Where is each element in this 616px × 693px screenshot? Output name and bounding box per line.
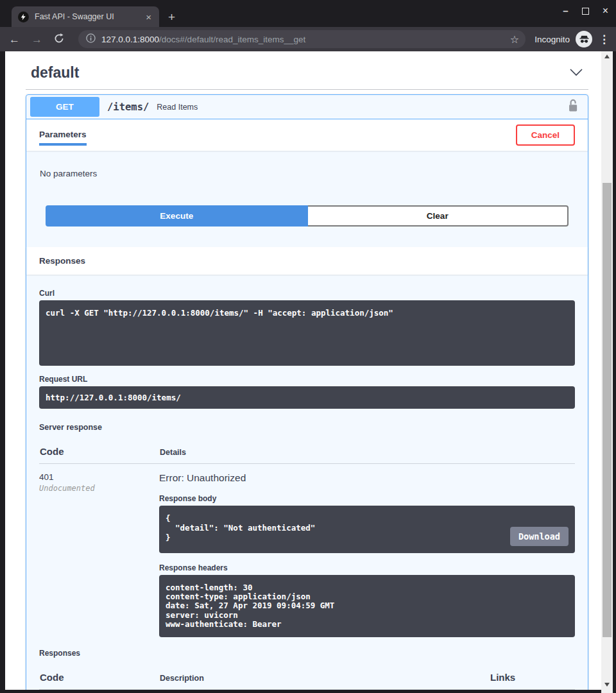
no-parameters-text: No parameters [39, 162, 575, 178]
tab-title: Fast API - Swagger UI [35, 12, 143, 21]
status-code: 401 [39, 472, 159, 482]
tag-section-header[interactable]: default [26, 60, 588, 90]
tab-parameters[interactable]: Parameters [39, 124, 87, 146]
clear-button[interactable]: Clear [308, 205, 569, 227]
response-headers-label: Response headers [159, 563, 575, 572]
response-body-json: { "detail": "Not authenticated" } [166, 513, 315, 542]
bookmark-star-icon[interactable]: ☆ [510, 33, 519, 46]
undocumented-label: Undocumented [39, 484, 159, 493]
incognito-icon [576, 31, 592, 47]
documented-responses-label: Responses [39, 649, 575, 658]
url-host: 127.0.0.1:8000 [101, 35, 159, 44]
execute-button[interactable]: Execute [46, 205, 308, 227]
incognito-label: Incognito [535, 35, 570, 44]
swagger-ui: default GET /items/ Read Items [5, 51, 601, 693]
responses-section: Curl curl -X GET "http://127.0.0.1:8000/… [26, 275, 588, 693]
url-bar[interactable]: 127.0.0.1:8000 /docs#/default/read_items… [78, 30, 526, 48]
operation-path: /items/ [107, 101, 149, 113]
page-info-icon[interactable] [86, 33, 96, 46]
window-frame-bottom [5, 690, 601, 693]
scroll-up-icon[interactable] [601, 51, 613, 62]
opblock-get-items: GET /items/ Read Items Parameters Cancel [26, 94, 588, 693]
request-url-label: Request URL [39, 375, 575, 384]
tab-strip: Fast API - Swagger UI × + – × [0, 0, 616, 27]
responses-section-header: Responses [26, 247, 588, 275]
curl-command[interactable]: curl -X GET "http://127.0.0.1:8000/items… [39, 300, 575, 366]
chevron-down-icon[interactable] [569, 67, 583, 79]
server-response-table: Code Details 401 Undocumented Error: Una… [39, 442, 575, 637]
request-url-value: http://127.0.0.1:8000/items/ [39, 386, 575, 409]
response-body-block: { "detail": "Not authenticated" }Downloa… [159, 506, 575, 553]
execute-wrapper: Execute Clear [46, 205, 569, 227]
forward-icon[interactable]: → [31, 34, 42, 45]
scroll-down-icon[interactable] [601, 680, 613, 690]
column-code: Code [40, 672, 160, 683]
page-content: default GET /items/ Read Items [5, 51, 601, 693]
curl-label: Curl [39, 289, 575, 298]
browser-window: Fast API - Swagger UI × + – × ← → 127.0.… [0, 0, 616, 693]
close-window-button[interactable]: × [603, 7, 608, 15]
tab-close-icon[interactable]: × [143, 12, 154, 22]
column-details: Details [160, 448, 575, 457]
column-links: Links [490, 672, 575, 683]
page-scrollbar[interactable] [601, 51, 613, 693]
operation-summary[interactable]: GET /items/ Read Items [26, 95, 588, 119]
error-title: Error: Unauthorized [159, 472, 575, 484]
back-icon[interactable]: ← [9, 34, 20, 45]
cancel-button[interactable]: Cancel [516, 124, 575, 146]
response-body-label: Response body [159, 494, 575, 503]
new-tab-button[interactable]: + [168, 11, 175, 23]
tag-title: default [31, 64, 569, 81]
browser-toolbar: ← → 127.0.0.1:8000 /docs#/default/read_i… [0, 27, 616, 51]
fastapi-favicon-icon [18, 12, 29, 22]
download-button[interactable]: Download [510, 527, 569, 546]
viewport: default GET /items/ Read Items [0, 51, 616, 693]
window-frame-left [0, 51, 5, 693]
window-controls: – × [563, 7, 608, 15]
parameters-body: No parameters Execute Clear [26, 151, 588, 227]
server-response-label: Server response [39, 423, 575, 432]
column-code: Code [40, 446, 160, 457]
browser-tab[interactable]: Fast API - Swagger UI × [12, 6, 159, 27]
column-description: Description [160, 674, 490, 683]
maximize-button[interactable] [582, 8, 589, 15]
reload-icon[interactable] [54, 33, 64, 46]
documented-responses-head: Code Description Links [39, 668, 575, 690]
server-response-row: 401 Undocumented Error: Unauthorized Res… [39, 464, 575, 637]
response-headers-block: content-length: 30 content-type: applica… [159, 575, 575, 637]
server-response-table-head: Code Details [39, 442, 575, 464]
window-frame-right [613, 51, 616, 693]
parameters-header: Parameters Cancel [26, 119, 588, 151]
scrollbar-thumb[interactable] [603, 183, 612, 637]
browser-menu-icon[interactable]: ⋮ [599, 33, 610, 46]
url-path: /docs#/default/read_items_items__get [159, 35, 505, 44]
minimize-button[interactable]: – [563, 8, 568, 14]
operation-description: Read Items [157, 103, 565, 112]
method-badge: GET [30, 97, 99, 117]
auth-lock-icon[interactable] [565, 97, 581, 117]
